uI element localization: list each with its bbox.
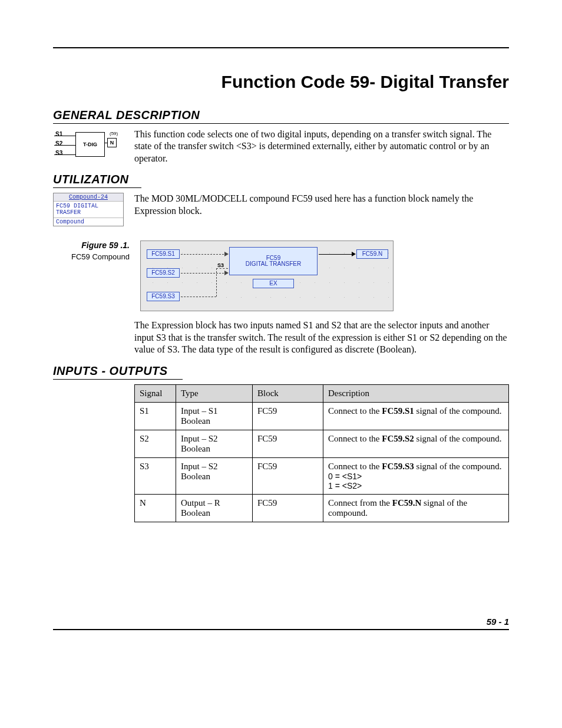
utilization-row: Compound-24 FC59 DIGITAL TRASFER Compoun…: [53, 193, 509, 226]
th-block: Block: [253, 384, 323, 402]
cell-desc: Connect from the FC59.N signal of the co…: [323, 494, 509, 522]
diagram-s1: FC59.S1: [147, 249, 180, 259]
tdig-box: T-DIG: [75, 132, 105, 157]
figure-caption: FC59 Compound: [53, 252, 130, 261]
th-desc: Description: [323, 384, 509, 402]
diagram-out: FC59.N: [356, 249, 388, 259]
io-table: Signal Type Block Description S1 Input –…: [134, 384, 509, 522]
table-row: S3 Input – S2 Boolean FC59 Connect to th…: [135, 457, 509, 494]
cell-desc: Connect to the FC59.S2 signal of the com…: [323, 430, 509, 457]
top-rule: [53, 47, 509, 48]
table-row: S1 Input – S1 Boolean FC59 Connect to th…: [135, 402, 509, 430]
cell-type: Output – R Boolean: [176, 494, 253, 522]
compound-icon-line2: TRASFER: [56, 209, 121, 216]
page-number: 59 - 1: [487, 617, 509, 627]
tdig-icon: S1 S2 S3 T-DIG (59) N: [53, 129, 124, 164]
table-header-row: Signal Type Block Description: [135, 384, 509, 402]
compound-icon-foot: Compound: [54, 218, 123, 226]
figure-row: Figure 59 .1. FC59 Compound FC59.S1 FC59…: [53, 241, 509, 311]
section-io-heading: INPUTS - OUTPUTS: [53, 364, 183, 380]
tdig-out: N: [107, 138, 117, 147]
diagram-main-bottom: DIGITAL TRANSFER: [246, 261, 301, 268]
cell-type: Input – S1 Boolean: [176, 402, 253, 430]
compound-icon: Compound-24 FC59 DIGITAL TRASFER Compoun…: [53, 193, 124, 226]
utilization-text: The MOD 30ML/MODCELL compound FC59 used …: [134, 193, 509, 217]
compound-icon-body: FC59 DIGITAL TRASFER: [54, 202, 123, 218]
cell-block: FC59: [253, 430, 323, 457]
section-general-heading: GENERAL DESCRIPTION: [53, 108, 509, 124]
general-row: S1 S2 S3 T-DIG (59) N This function code…: [53, 129, 509, 164]
section-utilization-heading: UTILIZATION: [53, 173, 141, 188]
diagram-s3: FC59.S3: [147, 292, 180, 301]
expression-text: The Expression block has two inputs name…: [134, 319, 509, 355]
cell-block: FC59: [253, 402, 323, 430]
figure-caption-col: Figure 59 .1. FC59 Compound: [53, 241, 130, 261]
cell-signal: S3: [135, 457, 176, 494]
tdig-s3-label: S3: [55, 150, 62, 156]
diagram-ex: EX: [253, 279, 294, 288]
page-footer: 59 - 1: [53, 617, 509, 630]
compound-icon-line1: FC59 DIGITAL: [56, 203, 121, 209]
figure-number: Figure 59 .1.: [53, 241, 130, 250]
cell-block: FC59: [253, 457, 323, 494]
cell-type: Input – S2 Boolean: [176, 430, 253, 457]
cell-desc: Connect to the FC59.S1 signal of the com…: [323, 402, 509, 430]
cell-signal: S1: [135, 402, 176, 430]
fc59-diagram: FC59.S1 FC59.S2 FC59.S3 FC59 DIGITAL TRA…: [140, 241, 394, 311]
tdig-code: (59): [110, 131, 118, 136]
diagram-main: FC59 DIGITAL TRANSFER: [229, 247, 318, 275]
io-table-wrap: Signal Type Block Description S1 Input –…: [134, 384, 509, 522]
diagram-s3-label: S3: [217, 262, 224, 268]
general-text: This function code selects one of two di…: [134, 129, 509, 164]
tdig-s2-label: S2: [55, 140, 62, 147]
table-row: S2 Input – S2 Boolean FC59 Connect to th…: [135, 430, 509, 457]
cell-signal: S2: [135, 430, 176, 457]
cell-block: FC59: [253, 494, 323, 522]
th-signal: Signal: [135, 384, 176, 402]
cell-type: Input – S2 Boolean: [176, 457, 253, 494]
tdig-s1-label: S1: [55, 131, 62, 137]
page-title: Function Code 59- Digital Transfer: [53, 72, 509, 92]
th-type: Type: [176, 384, 253, 402]
page-container: Function Code 59- Digital Transfer GENER…: [0, 0, 562, 654]
cell-desc: Connect to the FC59.S3 signal of the com…: [323, 457, 509, 494]
cell-signal: N: [135, 494, 176, 522]
diagram-s2: FC59.S2: [147, 268, 180, 278]
table-row: N Output – R Boolean FC59 Connect from t…: [135, 494, 509, 522]
compound-icon-header: Compound-24: [54, 193, 123, 202]
